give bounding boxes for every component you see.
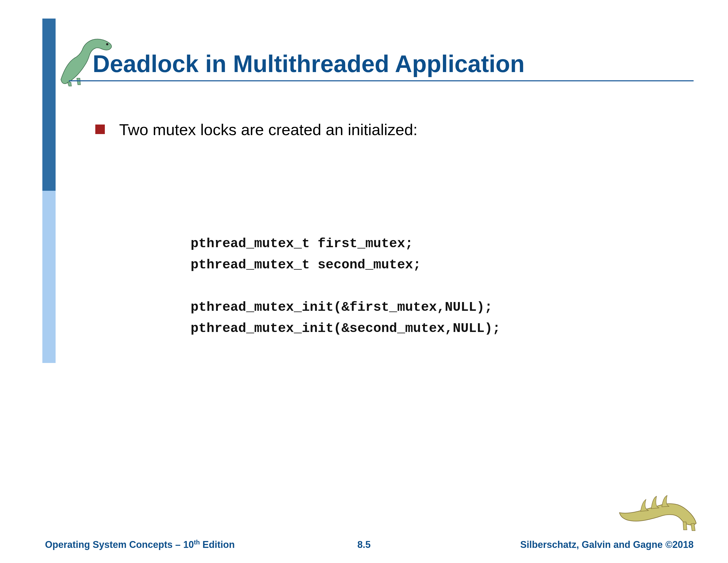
slide-title: Deadlock in Multithreaded Application (69, 50, 694, 78)
slide-title-container: Deadlock in Multithreaded Application (69, 50, 694, 81)
svg-point-0 (106, 43, 108, 45)
footer-right: Silberschatz, Galvin and Gagne ©2018 (520, 539, 694, 550)
dinosaur-bottom-icon (617, 473, 704, 534)
footer-left-prefix: Operating System Concepts – 10 (45, 539, 194, 550)
footer-left-sup: th (194, 539, 200, 546)
footer-page-number: 8.5 (357, 539, 371, 550)
bullet-text-1: Two mutex locks are created an initializ… (119, 120, 417, 139)
sidebar-accent-dark (42, 19, 56, 191)
footer-left-suffix: Edition (200, 539, 235, 550)
code-block: pthread_mutex_t first_mutex; pthread_mut… (191, 233, 500, 339)
sidebar-accent-light (42, 191, 56, 363)
bullet-square-icon (95, 124, 105, 134)
slide: Deadlock in Multithreaded Application Tw… (0, 0, 728, 563)
footer-left: Operating System Concepts – 10th Edition (45, 539, 235, 550)
